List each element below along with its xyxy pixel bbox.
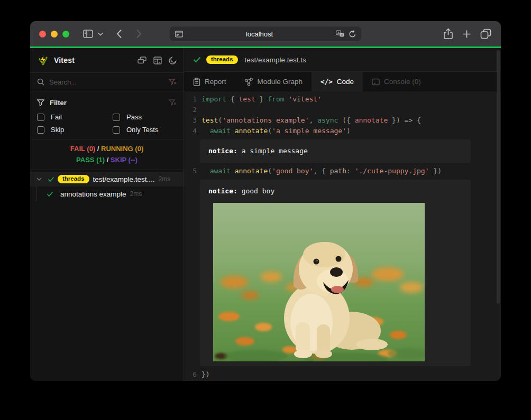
close-button[interactable] [39,31,46,38]
code-line-1: 1import { test } from 'vitest' [184,94,501,105]
forward-icon[interactable] [136,29,142,39]
file-header: threads test/example.test.ts [184,48,501,72]
vitest-sidebar: Vitest [30,48,184,381]
test-case-name: annotations example [60,190,126,198]
checkbox-box[interactable] [37,114,44,121]
test-file-name: test/example.test.... [93,175,155,183]
dashboard-icon[interactable] [153,57,162,64]
annotation-message: a simple message [242,147,308,155]
test-tree: threads test/example.test.... 2ms annota… [30,170,184,201]
code-line-2: 2 [184,105,501,115]
code-editor: 1import { test } from 'vitest'23test('an… [184,91,501,381]
clipboard-icon [193,78,200,86]
chevron-down-icon[interactable] [34,178,44,181]
fail-count: FAIL (0) [70,145,95,153]
test-file-row[interactable]: threads test/example.test.... 2ms [30,172,184,186]
search-input[interactable] [49,78,164,86]
browser-titlebar: localhost A x [30,21,501,46]
checkbox-box[interactable] [113,126,120,134]
skip-count: SKIP (--) [111,156,138,164]
code-line-5: 5 await annotate('good boy', { path: './… [184,166,501,176]
line-number: 4 [184,126,197,136]
test-annotation: notice: a simple message [200,139,471,163]
code-brackets-icon: </> [321,78,333,86]
test-duration: 2ms [159,175,171,183]
line-number: 6 [184,369,197,380]
annotation-type-label: notice: [208,187,242,195]
code-line-6: 6}) [184,369,501,380]
search-icon [37,78,44,86]
pool-badge: threads [206,55,238,64]
page-settings-icon[interactable] [175,31,184,38]
tab-overview-icon[interactable] [480,28,491,40]
code-text: import { test } from 'vitest' [202,94,322,105]
code-text: test('annotations example', async ({ ann… [202,115,421,126]
minimize-button[interactable] [51,31,58,38]
vitest-logo [37,54,49,66]
pool-badge: threads [58,175,89,184]
filter-title: Filter [50,99,67,107]
tab-code[interactable]: </> Code [312,72,363,91]
plus-icon[interactable] [462,28,471,40]
line-number: 1 [184,94,197,105]
open-file-name: test/example.test.ts [245,56,306,64]
check-icon [43,191,57,197]
traffic-lights [30,31,69,38]
browser-window: localhost A x [30,21,501,381]
checkbox-pass[interactable]: Pass [113,113,177,121]
tab-report[interactable]: Report [184,72,235,91]
line-number: 2 [184,105,197,115]
reload-icon[interactable] [349,30,356,38]
checkbox-skip[interactable]: Skip [37,126,113,134]
line-number: 3 [184,115,197,126]
tab-bar: Report Module Graph </> Code [184,72,501,91]
line-number: 5 [184,166,197,176]
console-icon [372,78,380,86]
translate-icon[interactable]: A x [336,30,345,38]
check-icon [44,176,58,182]
check-icon [193,57,201,63]
url-text: localhost [184,30,336,38]
code-line-3: 3test('annotations example', async ({ an… [184,115,501,126]
svg-text:A: A [337,31,340,35]
annotation-message: good boy [242,187,275,195]
sidebar-toggle-icon[interactable] [83,30,93,38]
tab-module-graph[interactable]: Module Graph [235,72,312,91]
test-case-row[interactable]: annotations example 2ms [30,186,184,201]
annotation-attachment-cute-puppy [213,203,425,361]
checkbox-box[interactable] [37,126,44,134]
checkbox-only-tests[interactable]: Only Tests [113,126,177,134]
code-text: }) [202,369,210,380]
collapse-panels-icon[interactable] [138,57,147,64]
test-status-summary: FAIL (0) / RUNNING (0) PASS (1) / SKIP (… [30,139,184,170]
annotation-type-label: notice: [208,147,242,155]
app-title: Vitest [54,56,75,64]
code-text: await annotate('a simple message') [202,126,351,136]
tab-console[interactable]: Console (0) [363,72,430,91]
running-count: RUNNING (0) [101,145,143,153]
checkbox-box[interactable] [113,114,120,121]
code-text: await annotate('good boy', { path: './cu… [202,166,442,176]
checkbox-fail[interactable]: Fail [37,113,113,121]
module-graph-icon [244,78,253,86]
clear-filter-icon[interactable] [169,99,177,106]
funnel-icon [37,99,44,106]
address-bar[interactable]: localhost A x [169,26,362,42]
back-icon[interactable] [116,29,122,39]
share-icon[interactable] [443,28,453,40]
main-panel: threads test/example.test.ts Report [184,48,501,381]
zoom-button[interactable] [62,31,69,38]
code-line-4: 4 await annotate('a simple message') [184,126,501,136]
clear-search-filter-icon[interactable] [169,79,177,86]
chevron-down-icon[interactable] [98,32,103,36]
pass-count: PASS (1) [76,156,105,164]
test-annotation: notice: good boy [200,180,471,366]
scrollbar-thumb[interactable] [497,50,500,304]
test-duration: 2ms [130,190,142,198]
svg-text:x: x [341,33,343,36]
indent-guide [36,186,37,201]
moon-icon[interactable] [169,57,177,64]
